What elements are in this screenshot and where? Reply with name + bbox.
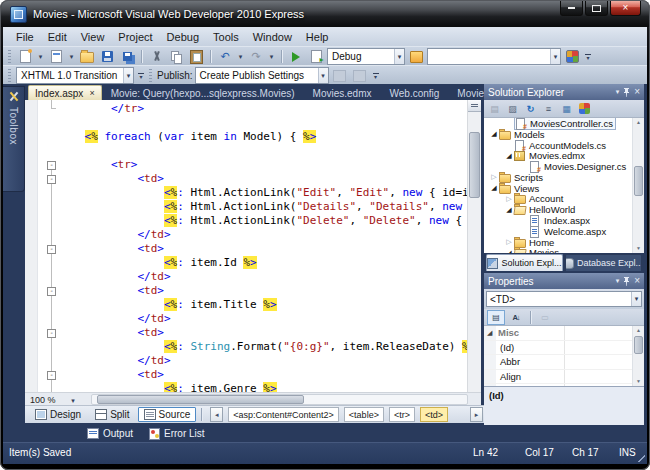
combo-dropdown-icon[interactable] [123, 68, 133, 83]
publish-profile-combo[interactable]: Create Publish Settings [195, 67, 329, 84]
fold-toggle-icon[interactable] [47, 329, 56, 338]
expander-open-icon[interactable]: ◢ [504, 249, 514, 253]
doc-tab-movie-query-hexpo-sqlexpress[interactable]: Movie: Query(hexpo...sqlexpress.Movies) [102, 86, 304, 100]
close-icon[interactable]: × [634, 276, 640, 286]
expander-open-icon[interactable]: ◢ [489, 130, 499, 138]
property-row-align[interactable]: Align [484, 370, 644, 385]
save-all-button[interactable] [118, 48, 136, 65]
tab-close-icon[interactable]: × [89, 89, 94, 98]
toolbox-tab[interactable]: Toolbox [3, 86, 25, 192]
expander-closed-icon[interactable]: ▷ [504, 238, 514, 246]
close-button[interactable] [610, 1, 641, 16]
doc-tab-web-config[interactable]: Web.config [381, 86, 449, 100]
tree-scroll-thumb[interactable] [634, 166, 643, 196]
fold-toggle-icon[interactable] [47, 245, 56, 254]
scroll-down-icon[interactable]: ▼ [633, 377, 644, 386]
extensions-button[interactable] [576, 101, 593, 116]
horizontal-scroll-thumb[interactable] [97, 395, 304, 404]
pin-icon[interactable] [623, 277, 630, 286]
tree-item-account[interactable]: ▷Account [484, 194, 644, 205]
grid-scrollbar[interactable]: ▲ ▼ [632, 326, 644, 386]
menu-file[interactable]: File [9, 29, 41, 45]
add-item-button[interactable] [47, 48, 65, 65]
code-editor[interactable]: </tr> <% foreach (var item in Model) { %… [25, 100, 481, 392]
editor-horizontal-scrollbar[interactable] [91, 394, 468, 405]
property-value-cell[interactable] [564, 384, 565, 386]
categorized-icon[interactable] [487, 310, 505, 325]
tree-scrollbar[interactable]: ▲ ▼ [632, 118, 644, 253]
menu-window[interactable]: Window [246, 29, 299, 45]
find-combo[interactable] [427, 48, 561, 65]
tree-item-helloworld[interactable]: ◢HelloWorld [484, 204, 644, 215]
vertical-scroll-thumb[interactable] [469, 132, 480, 198]
doc-tab-index-aspx[interactable]: Index.aspx× [28, 85, 102, 100]
tree-item-movies-edmx[interactable]: ◢Movies.edmx [484, 150, 644, 161]
minimize-button[interactable] [560, 1, 583, 16]
property-category[interactable]: ◢Misc [484, 326, 644, 341]
solution-configuration-combo[interactable]: Debug [327, 48, 405, 65]
doc-tab-movies-edmx[interactable]: Movies.edmx [304, 86, 381, 100]
expander-open-icon[interactable]: ◢ [504, 152, 514, 160]
toolbar-overflow[interactable] [371, 68, 381, 83]
expander-closed-icon[interactable]: ▷ [504, 195, 514, 203]
tree-item-movies[interactable]: ◢Movies [484, 248, 644, 253]
expander-open-icon[interactable]: ◢ [489, 184, 499, 192]
tool-tab-error-list[interactable]: Error List [145, 427, 209, 441]
breadcrumb-td[interactable]: <td> [420, 407, 448, 422]
fold-toggle-icon[interactable] [47, 175, 56, 184]
menu-edit[interactable]: Edit [41, 29, 74, 45]
tree-item-scripts[interactable]: ▷Scripts [484, 172, 644, 183]
property-value-cell[interactable] [564, 370, 565, 384]
menu-debug[interactable]: Debug [160, 29, 206, 45]
tree-item-models[interactable]: ◢Models [484, 129, 644, 140]
refresh-icon[interactable] [522, 101, 539, 116]
breadcrumb-asp-content-content2[interactable]: <asp:Content#Content2> [228, 407, 339, 422]
solution-explorer-title-bar[interactable]: Solution Explorer ▾ × [484, 84, 644, 100]
title-bar[interactable]: Movies - Microsoft Visual Web Developer … [1, 1, 649, 27]
target-schema-combo[interactable]: XHTML 1.0 Transition [16, 67, 134, 84]
view-designer-icon[interactable] [558, 101, 575, 116]
fold-toggle-icon[interactable] [47, 161, 56, 170]
toolbar-overflow[interactable] [583, 49, 593, 64]
combo-dropdown-icon[interactable] [394, 49, 404, 64]
undo-dropdown[interactable] [236, 53, 245, 61]
tab-solution-expl[interactable]: Solution Expl... [486, 254, 563, 271]
view-button-split[interactable]: Split [89, 407, 135, 422]
property-row-axis[interactable]: Axis [484, 384, 644, 386]
tree-item-views[interactable]: ◢Views [484, 183, 644, 194]
maximize-button[interactable] [585, 1, 608, 16]
property-row-abbr[interactable]: Abbr [484, 355, 644, 370]
property-value-cell[interactable] [564, 355, 565, 369]
fold-toggle-icon[interactable] [47, 371, 56, 380]
zoom-dropdown-icon[interactable] [68, 395, 78, 405]
menu-help[interactable]: Help [299, 29, 336, 45]
toolbar-grip[interactable] [8, 50, 11, 63]
scroll-up-icon[interactable] [468, 112, 481, 123]
alphabetical-sort-icon[interactable] [507, 310, 525, 325]
properties-icon[interactable] [486, 101, 503, 116]
editor-splitter-handle[interactable] [468, 100, 481, 112]
redo-button[interactable] [247, 48, 265, 65]
breadcrumb-table[interactable]: <table> [344, 407, 384, 422]
properties-title-bar[interactable]: Properties ▾ × [484, 273, 644, 289]
new-project-dropdown[interactable] [36, 53, 45, 61]
scroll-up-icon[interactable]: ▲ [633, 118, 644, 127]
scroll-down-icon[interactable]: ▼ [633, 244, 644, 253]
property-row-id[interactable]: (Id) [484, 341, 644, 356]
scroll-up-icon[interactable]: ▲ [633, 326, 644, 335]
menu-view[interactable]: View [74, 29, 112, 45]
code-text[interactable]: </tr> <% foreach (var item in Model) { %… [25, 102, 468, 392]
copy-button[interactable] [167, 48, 185, 65]
view-code-icon[interactable] [540, 101, 557, 116]
toolbar-grip[interactable] [8, 69, 11, 82]
publish-button[interactable] [331, 67, 349, 84]
combo-dropdown-icon[interactable] [550, 49, 560, 64]
find-in-files-button[interactable] [563, 48, 581, 65]
tree-item-moviescontroller-cs[interactable]: MoviesController.cs [484, 118, 644, 129]
tree-item-index-aspx[interactable]: Index.aspx [484, 215, 644, 226]
show-all-files-icon[interactable] [504, 101, 521, 116]
menu-project[interactable]: Project [111, 29, 159, 45]
expander-closed-icon[interactable]: ▷ [489, 173, 499, 181]
start-debugging-button[interactable] [287, 48, 305, 65]
window-position-icon[interactable]: ▾ [616, 88, 620, 96]
